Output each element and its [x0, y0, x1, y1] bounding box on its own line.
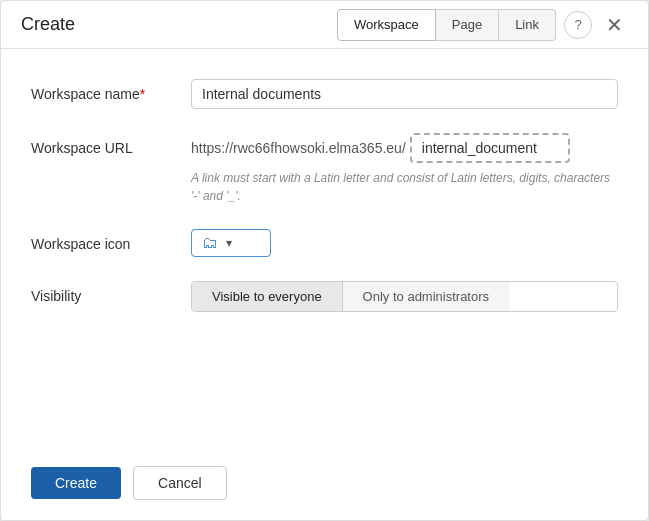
workspace-name-input[interactable] [191, 79, 618, 109]
workspace-name-control [191, 79, 618, 109]
visibility-row: Visibility Visible to everyone Only to a… [31, 281, 618, 312]
help-button[interactable]: ? [564, 11, 592, 39]
url-hint: A link must start with a Latin letter an… [191, 169, 618, 205]
dialog-footer: Create Cancel [1, 450, 648, 520]
workspace-name-row: Workspace name* [31, 79, 618, 109]
workspace-icon-label: Workspace icon [31, 229, 191, 252]
visibility-label: Visibility [31, 281, 191, 304]
dialog-title: Create [21, 14, 337, 35]
visibility-admins-button[interactable]: Only to administrators [342, 282, 509, 311]
visibility-everyone-button[interactable]: Visible to everyone [192, 282, 342, 311]
workspace-icon-control: 🗂 ▾ [191, 229, 618, 257]
tab-link[interactable]: Link [499, 9, 556, 41]
visibility-group: Visible to everyone Only to administrato… [191, 281, 618, 312]
required-marker: * [140, 86, 145, 102]
workspace-name-label: Workspace name* [31, 79, 191, 102]
create-dialog: Create Workspace Page Link ? ✕ Workspace… [0, 0, 649, 521]
workspace-url-row: Workspace URL https://rwc66fhowsoki.elma… [31, 133, 618, 205]
dialog-header: Create Workspace Page Link ? ✕ [1, 1, 648, 49]
visibility-control: Visible to everyone Only to administrato… [191, 281, 618, 312]
url-slug-input[interactable] [410, 133, 570, 163]
url-row: https://rwc66fhowsoki.elma365.eu/ [191, 133, 618, 163]
workspace-url-label: Workspace URL [31, 133, 191, 156]
workspace-url-control: https://rwc66fhowsoki.elma365.eu/ A link… [191, 133, 618, 205]
workspace-icon-symbol: 🗂 [202, 234, 218, 252]
icon-selector[interactable]: 🗂 ▾ [191, 229, 271, 257]
create-button[interactable]: Create [31, 467, 121, 499]
url-prefix: https://rwc66fhowsoki.elma365.eu/ [191, 140, 406, 156]
dialog-body: Workspace name* Workspace URL https://rw… [1, 49, 648, 450]
chevron-down-icon: ▾ [226, 236, 232, 250]
tab-page[interactable]: Page [436, 9, 499, 41]
workspace-icon-row: Workspace icon 🗂 ▾ [31, 229, 618, 257]
tab-group: Workspace Page Link [337, 9, 556, 41]
cancel-button[interactable]: Cancel [133, 466, 227, 500]
tab-workspace[interactable]: Workspace [337, 9, 436, 41]
close-button[interactable]: ✕ [600, 11, 628, 39]
